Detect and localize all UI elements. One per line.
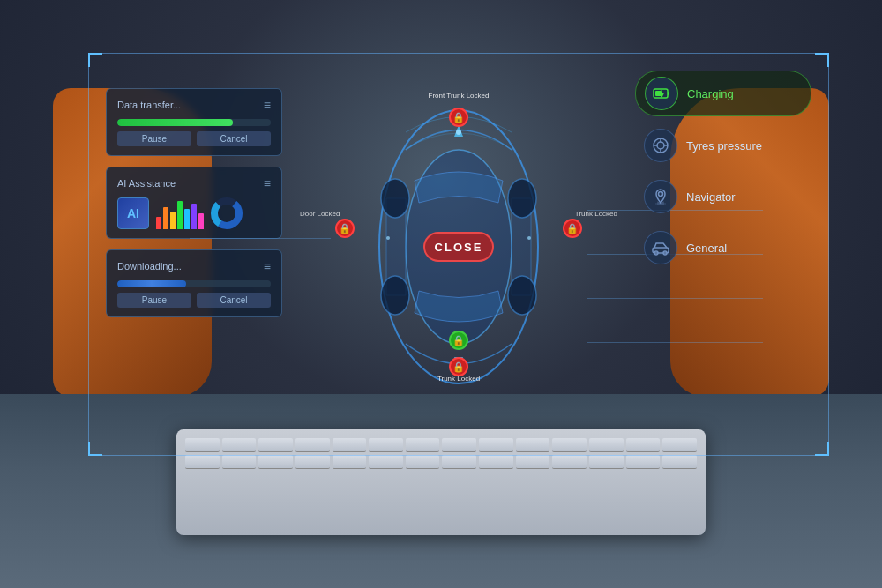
ai-chip-label: AI [127, 206, 139, 220]
left-panel: Data transfer... ≡ Pause Cancel AI Assis… [106, 88, 282, 317]
connector-line-left [190, 238, 331, 239]
door-right-lock: 🔒 [563, 219, 582, 238]
door-left-label: Door Locked [300, 210, 340, 218]
svg-point-19 [657, 142, 664, 149]
battery-icon [652, 84, 671, 103]
front-trunk-label: Front Trunk Locked [429, 92, 490, 100]
car-diagram-area: 🔒 Front Trunk Locked 🔒 Door Locked 🔒 Tru… [326, 62, 591, 432]
ai-chip: AI [117, 197, 149, 229]
svg-rect-16 [668, 92, 669, 95]
key [333, 455, 367, 469]
downloading-widget: Downloading... ≡ Pause Cancel [106, 249, 282, 317]
corner-br [815, 442, 829, 456]
ai-bar-4 [177, 201, 183, 229]
trunk-label: Trunk Locked [437, 375, 480, 383]
ai-assistance-title: AI Assistance [117, 178, 176, 189]
connector-line-right-4 [587, 342, 763, 343]
downloading-header: Downloading... ≡ [117, 259, 271, 273]
status-item-navigator[interactable]: Navigator [635, 175, 811, 219]
data-transfer-title: Data transfer... [117, 100, 181, 110]
navigator-label: Navigator [686, 190, 736, 204]
downloading-menu-icon[interactable]: ≡ [264, 259, 271, 273]
ai-bar-7 [198, 213, 204, 229]
status-item-charging[interactable]: Charging [635, 71, 811, 116]
key [295, 455, 330, 469]
svg-point-8 [508, 179, 536, 218]
ai-widget-header: AI Assistance ≡ [117, 176, 271, 190]
svg-point-13 [386, 236, 390, 240]
widget-menu-icon[interactable]: ≡ [264, 98, 271, 112]
svg-point-9 [381, 276, 409, 315]
key [222, 455, 257, 469]
svg-point-24 [659, 192, 663, 197]
key [258, 455, 293, 469]
status-item-general[interactable]: General [635, 226, 811, 270]
data-transfer-progress-fill [117, 119, 233, 126]
ai-widget-content: AI [117, 197, 271, 229]
right-panel: Charging Tyres pressure [635, 71, 811, 270]
general-icon-circle [644, 231, 677, 264]
ai-bar-3 [170, 212, 176, 229]
data-transfer-progress-bg [117, 119, 271, 126]
downloading-title: Downloading... [117, 261, 182, 272]
ai-bar-2 [163, 207, 168, 229]
status-item-tyres[interactable]: Tyres pressure [635, 123, 811, 167]
downloading-progress-bg [117, 280, 271, 287]
ai-assistance-widget: AI Assistance ≡ AI [106, 167, 282, 239]
ai-chart [156, 197, 204, 229]
key [552, 455, 587, 469]
navigator-icon-circle [644, 180, 677, 213]
ai-widget-menu-icon[interactable]: ≡ [264, 176, 271, 190]
key [626, 455, 661, 469]
front-trunk-lock: 🔒 [449, 108, 468, 127]
data-transfer-cancel-button[interactable]: Cancel [197, 131, 271, 146]
data-transfer-pause-button[interactable]: Pause [117, 131, 191, 146]
trunk-lock: 🔒 [449, 357, 468, 376]
key [479, 455, 513, 469]
general-label: General [686, 242, 727, 255]
corner-tr [815, 53, 829, 67]
svg-point-11 [456, 130, 461, 135]
door-left-lock: 🔒 [335, 219, 355, 238]
ai-bar-5 [184, 209, 190, 229]
location-icon [651, 187, 670, 206]
downloading-cancel-button[interactable]: Cancel [197, 293, 271, 308]
tire-icon [651, 136, 670, 155]
connector-line-right-3 [587, 298, 763, 299]
corner-tl [88, 53, 102, 67]
key [185, 455, 220, 469]
ai-donut-chart [211, 197, 243, 229]
downloading-progress-fill [117, 280, 186, 287]
corner-bl [88, 442, 102, 456]
key [589, 455, 624, 469]
key [442, 455, 476, 469]
hud-overlay: Data transfer... ≡ Pause Cancel AI Assis… [88, 53, 829, 456]
svg-point-10 [508, 276, 536, 315]
data-transfer-buttons: Pause Cancel [117, 131, 271, 146]
charging-icon-circle [645, 77, 678, 110]
key [662, 455, 697, 469]
center-lock: 🔒 [449, 331, 468, 350]
svg-point-14 [527, 236, 531, 240]
tyres-icon-circle [644, 129, 677, 162]
charging-label: Charging [687, 87, 734, 100]
ai-bar-1 [156, 217, 161, 229]
key [406, 455, 440, 469]
tyres-label: Tyres pressure [686, 139, 762, 153]
key [516, 455, 550, 469]
car-side-icon [651, 238, 670, 257]
data-transfer-widget: Data transfer... ≡ Pause Cancel [106, 88, 282, 156]
key [369, 455, 403, 469]
downloading-pause-button[interactable]: Pause [117, 293, 191, 308]
widget-header: Data transfer... ≡ [117, 98, 271, 112]
close-button[interactable]: CLOSE [423, 232, 494, 262]
door-right-label: Trunk Locked [575, 210, 617, 218]
downloading-buttons: Pause Cancel [117, 293, 271, 308]
svg-point-7 [381, 179, 409, 218]
ai-bar-6 [191, 204, 197, 229]
